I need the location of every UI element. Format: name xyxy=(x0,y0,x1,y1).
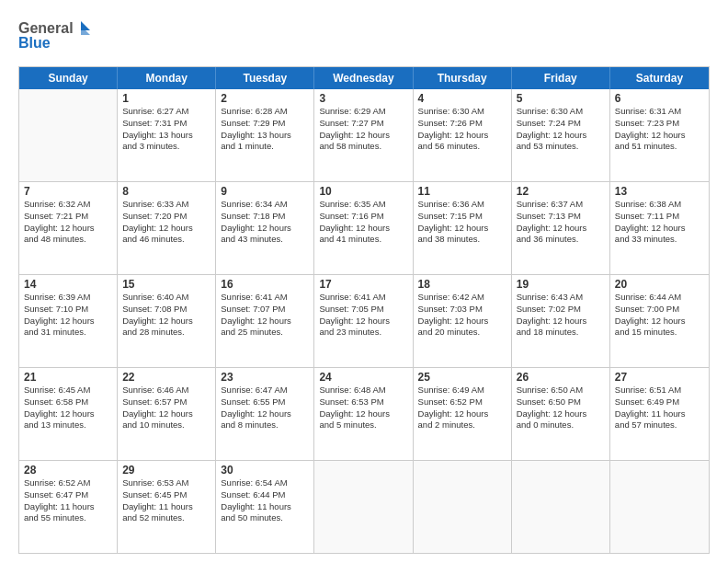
header: General Blue xyxy=(18,17,710,57)
week-row-0: 1Sunrise: 6:27 AMSunset: 7:31 PMDaylight… xyxy=(19,89,709,182)
week-row-1: 7Sunrise: 6:32 AMSunset: 7:21 PMDaylight… xyxy=(19,182,709,275)
day-number: 22 xyxy=(122,371,210,384)
day-info: Sunrise: 6:29 AMSunset: 7:27 PMDaylight:… xyxy=(319,106,407,153)
day-number: 30 xyxy=(221,464,309,477)
day-number: 26 xyxy=(517,371,605,384)
day-info: Sunrise: 6:36 AMSunset: 7:15 PMDaylight:… xyxy=(418,199,506,246)
day-info: Sunrise: 6:43 AMSunset: 7:02 PMDaylight:… xyxy=(517,292,605,339)
day-cell-20: 20Sunrise: 6:44 AMSunset: 7:00 PMDayligh… xyxy=(610,275,709,367)
day-number: 2 xyxy=(221,92,309,105)
day-info: Sunrise: 6:38 AMSunset: 7:11 PMDaylight:… xyxy=(615,199,704,246)
day-cell-23: 23Sunrise: 6:47 AMSunset: 6:55 PMDayligh… xyxy=(216,368,314,460)
day-info: Sunrise: 6:39 AMSunset: 7:10 PMDaylight:… xyxy=(24,292,112,339)
day-header-wednesday: Wednesday xyxy=(314,67,413,89)
empty-cell xyxy=(314,461,413,553)
day-number: 11 xyxy=(418,185,506,198)
day-cell-22: 22Sunrise: 6:46 AMSunset: 6:57 PMDayligh… xyxy=(118,368,216,460)
day-info: Sunrise: 6:41 AMSunset: 7:05 PMDaylight:… xyxy=(319,292,407,339)
day-info: Sunrise: 6:53 AMSunset: 6:45 PMDaylight:… xyxy=(122,477,210,524)
day-cell-24: 24Sunrise: 6:48 AMSunset: 6:53 PMDayligh… xyxy=(314,368,413,460)
day-info: Sunrise: 6:30 AMSunset: 7:26 PMDaylight:… xyxy=(418,106,506,153)
logo: General Blue xyxy=(18,17,92,57)
day-info: Sunrise: 6:37 AMSunset: 7:13 PMDaylight:… xyxy=(517,199,605,246)
day-number: 28 xyxy=(24,464,112,477)
day-info: Sunrise: 6:30 AMSunset: 7:24 PMDaylight:… xyxy=(517,106,605,153)
day-header-thursday: Thursday xyxy=(414,67,512,89)
day-cell-28: 28Sunrise: 6:52 AMSunset: 6:47 PMDayligh… xyxy=(19,461,118,553)
day-number: 18 xyxy=(418,278,506,291)
page: General Blue SundayMondayTuesdayWednesda… xyxy=(0,0,728,563)
day-info: Sunrise: 6:45 AMSunset: 6:58 PMDaylight:… xyxy=(24,385,112,431)
logo-text: General Blue xyxy=(18,17,92,57)
day-info: Sunrise: 6:51 AMSunset: 6:49 PMDaylight:… xyxy=(615,385,704,431)
day-cell-18: 18Sunrise: 6:42 AMSunset: 7:03 PMDayligh… xyxy=(414,275,512,367)
day-number: 8 xyxy=(122,185,210,198)
day-info: Sunrise: 6:34 AMSunset: 7:18 PMDaylight:… xyxy=(221,199,309,246)
day-info: Sunrise: 6:33 AMSunset: 7:20 PMDaylight:… xyxy=(122,199,210,246)
day-cell-13: 13Sunrise: 6:38 AMSunset: 7:11 PMDayligh… xyxy=(610,182,709,274)
calendar-body: 1Sunrise: 6:27 AMSunset: 7:31 PMDaylight… xyxy=(19,89,709,553)
day-number: 12 xyxy=(517,185,605,198)
day-number: 10 xyxy=(319,185,407,198)
day-number: 4 xyxy=(418,92,506,105)
day-info: Sunrise: 6:31 AMSunset: 7:23 PMDaylight:… xyxy=(615,106,704,153)
day-number: 13 xyxy=(615,185,704,198)
day-info: Sunrise: 6:50 AMSunset: 6:50 PMDaylight:… xyxy=(517,385,605,431)
day-header-saturday: Saturday xyxy=(610,67,709,89)
day-header-tuesday: Tuesday xyxy=(216,67,314,89)
day-number: 21 xyxy=(24,371,112,384)
svg-text:Blue: Blue xyxy=(18,35,51,51)
day-cell-6: 6Sunrise: 6:31 AMSunset: 7:23 PMDaylight… xyxy=(610,89,709,181)
day-cell-8: 8Sunrise: 6:33 AMSunset: 7:20 PMDaylight… xyxy=(118,182,216,274)
week-row-2: 14Sunrise: 6:39 AMSunset: 7:10 PMDayligh… xyxy=(19,275,709,368)
day-number: 7 xyxy=(24,185,112,198)
day-header-friday: Friday xyxy=(512,67,610,89)
day-number: 23 xyxy=(221,371,309,384)
day-cell-17: 17Sunrise: 6:41 AMSunset: 7:05 PMDayligh… xyxy=(314,275,413,367)
day-cell-9: 9Sunrise: 6:34 AMSunset: 7:18 PMDaylight… xyxy=(216,182,314,274)
day-cell-14: 14Sunrise: 6:39 AMSunset: 7:10 PMDayligh… xyxy=(19,275,118,367)
day-cell-4: 4Sunrise: 6:30 AMSunset: 7:26 PMDaylight… xyxy=(414,89,512,181)
day-cell-5: 5Sunrise: 6:30 AMSunset: 7:24 PMDaylight… xyxy=(512,89,610,181)
day-info: Sunrise: 6:35 AMSunset: 7:16 PMDaylight:… xyxy=(319,199,407,246)
day-number: 20 xyxy=(615,278,704,291)
day-info: Sunrise: 6:52 AMSunset: 6:47 PMDaylight:… xyxy=(24,477,112,524)
empty-cell xyxy=(414,461,512,553)
day-number: 6 xyxy=(615,92,704,105)
day-number: 17 xyxy=(319,278,407,291)
empty-cell xyxy=(512,461,610,553)
day-info: Sunrise: 6:40 AMSunset: 7:08 PMDaylight:… xyxy=(122,292,210,339)
day-info: Sunrise: 6:47 AMSunset: 6:55 PMDaylight:… xyxy=(221,385,309,431)
day-info: Sunrise: 6:44 AMSunset: 7:00 PMDaylight:… xyxy=(615,292,704,339)
day-number: 25 xyxy=(418,371,506,384)
day-info: Sunrise: 6:28 AMSunset: 7:29 PMDaylight:… xyxy=(221,106,309,153)
day-header-monday: Monday xyxy=(118,67,216,89)
day-cell-15: 15Sunrise: 6:40 AMSunset: 7:08 PMDayligh… xyxy=(118,275,216,367)
day-cell-25: 25Sunrise: 6:49 AMSunset: 6:52 PMDayligh… xyxy=(414,368,512,460)
day-header-sunday: Sunday xyxy=(19,67,118,89)
day-info: Sunrise: 6:49 AMSunset: 6:52 PMDaylight:… xyxy=(418,385,506,431)
day-info: Sunrise: 6:48 AMSunset: 6:53 PMDaylight:… xyxy=(319,385,407,431)
day-number: 29 xyxy=(122,464,210,477)
calendar: SundayMondayTuesdayWednesdayThursdayFrid… xyxy=(18,66,710,554)
day-info: Sunrise: 6:41 AMSunset: 7:07 PMDaylight:… xyxy=(221,292,309,339)
day-info: Sunrise: 6:46 AMSunset: 6:57 PMDaylight:… xyxy=(122,385,210,431)
day-number: 9 xyxy=(221,185,309,198)
day-number: 27 xyxy=(615,371,704,384)
day-cell-10: 10Sunrise: 6:35 AMSunset: 7:16 PMDayligh… xyxy=(314,182,413,274)
day-info: Sunrise: 6:42 AMSunset: 7:03 PMDaylight:… xyxy=(418,292,506,339)
day-number: 14 xyxy=(24,278,112,291)
day-cell-7: 7Sunrise: 6:32 AMSunset: 7:21 PMDaylight… xyxy=(19,182,118,274)
empty-cell xyxy=(19,89,118,181)
calendar-header: SundayMondayTuesdayWednesdayThursdayFrid… xyxy=(19,67,709,89)
svg-text:General: General xyxy=(18,20,74,36)
day-cell-3: 3Sunrise: 6:29 AMSunset: 7:27 PMDaylight… xyxy=(314,89,413,181)
day-number: 5 xyxy=(517,92,605,105)
day-cell-12: 12Sunrise: 6:37 AMSunset: 7:13 PMDayligh… xyxy=(512,182,610,274)
week-row-3: 21Sunrise: 6:45 AMSunset: 6:58 PMDayligh… xyxy=(19,368,709,461)
day-number: 24 xyxy=(319,371,407,384)
day-cell-21: 21Sunrise: 6:45 AMSunset: 6:58 PMDayligh… xyxy=(19,368,118,460)
day-cell-30: 30Sunrise: 6:54 AMSunset: 6:44 PMDayligh… xyxy=(216,461,314,553)
day-info: Sunrise: 6:32 AMSunset: 7:21 PMDaylight:… xyxy=(24,199,112,246)
day-cell-26: 26Sunrise: 6:50 AMSunset: 6:50 PMDayligh… xyxy=(512,368,610,460)
